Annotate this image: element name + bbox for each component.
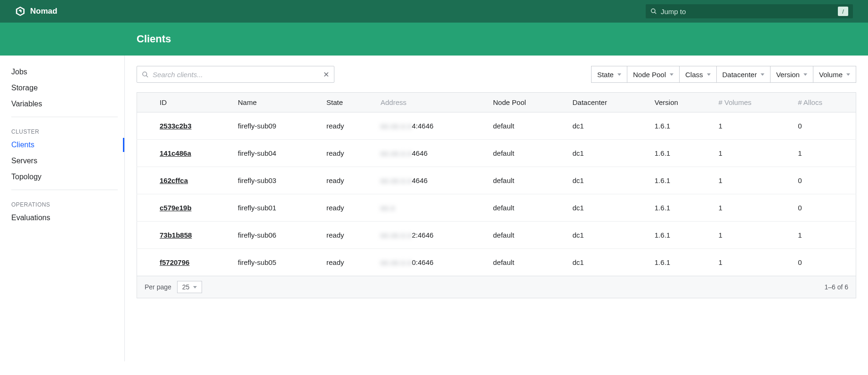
col-version[interactable]: Version	[647, 93, 711, 112]
client-node-pool: default	[486, 167, 565, 194]
sidebar-item-servers[interactable]: Servers	[5, 153, 124, 169]
search-input[interactable]	[153, 71, 323, 79]
client-volumes: 1	[711, 249, 790, 276]
client-version: 1.6.1	[647, 222, 711, 249]
client-allocs: 1	[790, 222, 856, 249]
table-footer: Per page 25 1–6 of 6	[137, 276, 856, 298]
table-row[interactable]: 73b1b858firefly-sub06readyxx.xx.x.x2:464…	[137, 222, 856, 249]
filter-state[interactable]: State	[591, 66, 627, 83]
client-volumes: 1	[711, 112, 790, 140]
client-address: xx.xx.x.x4646	[373, 140, 486, 167]
client-version: 1.6.1	[647, 167, 711, 194]
filter-label: Class	[685, 71, 703, 79]
topbar: Nomad Jump to /	[0, 0, 868, 23]
toolbar: ✕ State Node Pool Class Datacenter Versi…	[137, 66, 856, 83]
client-name: firefly-sub06	[230, 222, 319, 249]
client-version: 1.6.1	[647, 249, 711, 276]
nomad-logo-icon	[15, 6, 25, 16]
search-box[interactable]: ✕	[137, 66, 334, 83]
client-node-pool: default	[486, 249, 565, 276]
client-address: xx.xx.x.x4646	[373, 167, 486, 194]
client-state: ready	[319, 140, 373, 167]
search-icon	[142, 71, 149, 78]
client-version: 1.6.1	[647, 140, 711, 167]
clear-search-icon[interactable]: ✕	[323, 70, 329, 79]
sidebar-item-evaluations[interactable]: Evaluations	[5, 210, 124, 226]
client-volumes: 1	[711, 167, 790, 194]
jumpto-placeholder: Jump to	[661, 8, 686, 16]
client-volumes: 1	[711, 194, 790, 222]
chevron-down-icon	[846, 73, 850, 76]
col-id[interactable]: ID	[152, 93, 230, 112]
filter-label: Version	[776, 71, 800, 79]
client-state: ready	[319, 222, 373, 249]
filter-datacenter[interactable]: Datacenter	[716, 66, 771, 83]
client-state: ready	[319, 194, 373, 222]
table-row[interactable]: f5720796firefly-sub05readyxx.xx.x.x0:464…	[137, 249, 856, 276]
search-icon	[650, 8, 657, 15]
client-id-link[interactable]: c579e19b	[160, 204, 192, 212]
client-datacenter: dc1	[565, 112, 647, 140]
client-id-link[interactable]: 162cffca	[160, 176, 188, 184]
page-header: Clients	[0, 23, 868, 56]
client-datacenter: dc1	[565, 222, 647, 249]
chevron-down-icon	[670, 73, 673, 76]
filter-label: Datacenter	[722, 71, 757, 79]
client-allocs: 0	[790, 167, 856, 194]
filter-label: State	[597, 71, 614, 79]
client-datacenter: dc1	[565, 249, 647, 276]
sidebar-divider	[11, 117, 118, 117]
client-allocs: 0	[790, 249, 856, 276]
col-datacenter[interactable]: Datacenter	[565, 93, 647, 112]
client-state: ready	[319, 112, 373, 140]
client-datacenter: dc1	[565, 140, 647, 167]
client-address: xx.x	[373, 194, 486, 222]
client-version: 1.6.1	[647, 112, 711, 140]
sidebar-divider	[11, 190, 118, 190]
sidebar-item-variables[interactable]: Variables	[5, 96, 124, 112]
table-row[interactable]: c579e19bfirefly-sub01readyxx.xdefaultdc1…	[137, 194, 856, 222]
sidebar-item-topology[interactable]: Topology	[5, 169, 124, 185]
table-row[interactable]: 162cffcafirefly-sub03readyxx.xx.x.x4646d…	[137, 167, 856, 194]
client-address: xx.xx.x.x2:4646	[373, 222, 486, 249]
sidebar-item-storage[interactable]: Storage	[5, 80, 124, 96]
per-page-select[interactable]: 25	[177, 281, 203, 293]
client-id-link[interactable]: 73b1b858	[160, 231, 192, 239]
client-id-link[interactable]: 141c486a	[160, 149, 191, 157]
jumpto-search[interactable]: Jump to /	[646, 4, 853, 18]
filter-label: Node Pool	[633, 71, 666, 79]
client-node-pool: default	[486, 112, 565, 140]
col-name[interactable]: Name	[230, 93, 319, 112]
jumpto-shortcut-key: /	[838, 7, 848, 16]
filter-volume[interactable]: Volume	[813, 66, 856, 83]
filter-class[interactable]: Class	[679, 66, 717, 83]
chevron-down-icon	[761, 73, 764, 76]
sidebar-section-cluster: CLUSTER	[5, 122, 124, 137]
sidebar: Jobs Storage Variables CLUSTER Clients S…	[0, 56, 125, 361]
client-address: xx.xx.x.x0:4646	[373, 249, 486, 276]
chevron-down-icon	[803, 73, 807, 76]
client-id-link[interactable]: f5720796	[160, 258, 189, 266]
filter-node-pool[interactable]: Node Pool	[627, 66, 680, 83]
client-name: firefly-sub05	[230, 249, 319, 276]
col-state[interactable]: State	[319, 93, 373, 112]
table-row[interactable]: 141c486afirefly-sub04readyxx.xx.x.x4646d…	[137, 140, 856, 167]
table-row[interactable]: 2533c2b3firefly-sub09readyxx.xx.x.x4:464…	[137, 112, 856, 140]
client-id-link[interactable]: 2533c2b3	[160, 122, 192, 130]
chevron-down-icon	[193, 286, 197, 288]
client-version: 1.6.1	[647, 194, 711, 222]
brand[interactable]: Nomad	[15, 6, 57, 16]
col-node-pool[interactable]: Node Pool	[486, 93, 565, 112]
col-address: Address	[373, 93, 486, 112]
svg-line-4	[655, 12, 657, 14]
sidebar-item-jobs[interactable]: Jobs	[5, 64, 124, 80]
filter-version[interactable]: Version	[770, 66, 813, 83]
client-volumes: 1	[711, 222, 790, 249]
client-name: firefly-sub09	[230, 112, 319, 140]
sidebar-section-operations: OPERATIONS	[5, 195, 124, 210]
filter-group: State Node Pool Class Datacenter Version…	[591, 66, 856, 83]
per-page-value: 25	[182, 283, 190, 291]
client-allocs: 1	[790, 140, 856, 167]
clients-table: ID Name State Address Node Pool Datacent…	[137, 92, 856, 276]
sidebar-item-clients[interactable]: Clients	[5, 137, 124, 153]
